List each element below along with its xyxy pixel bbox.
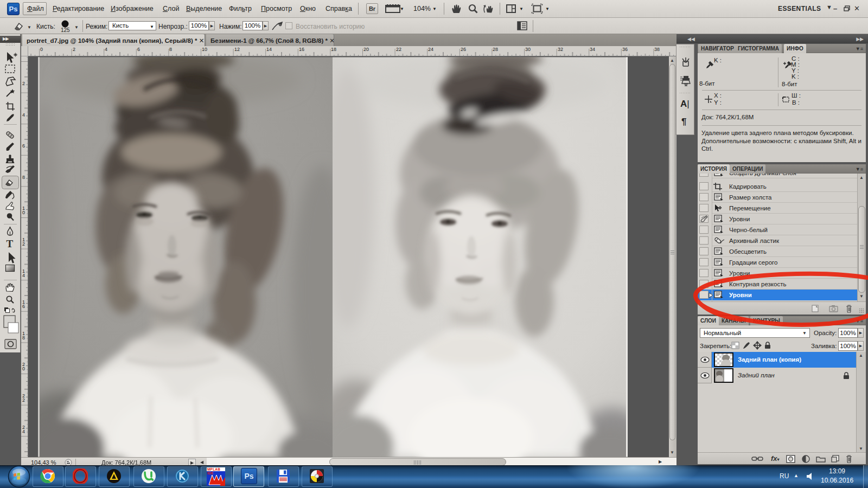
- svg-text:T: T: [7, 238, 14, 249]
